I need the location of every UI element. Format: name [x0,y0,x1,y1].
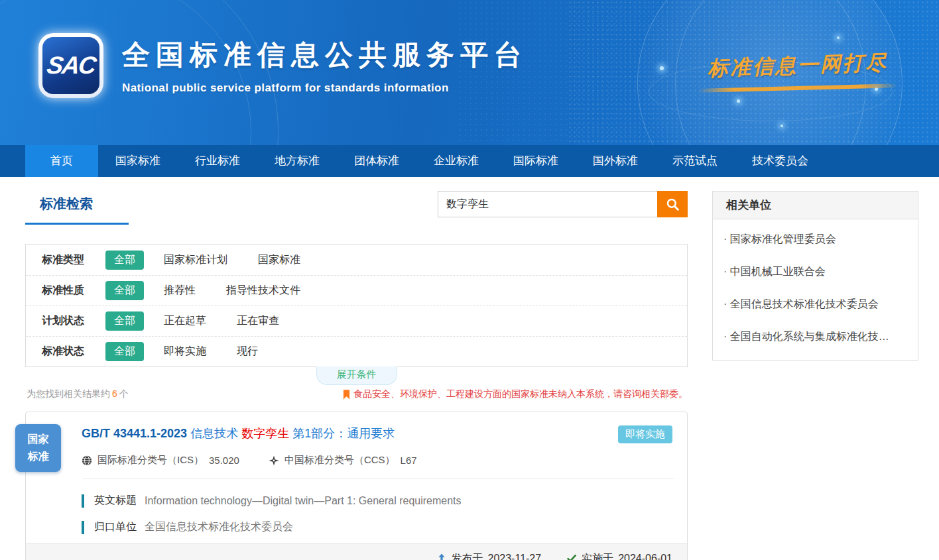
brand[interactable]: SAC 全国标准信息公共服务平台 National public service… [38,33,528,98]
card-fields: 英文标题 Information technology—Digital twin… [82,478,674,543]
keyword-highlight: 数字孪生 [241,427,289,440]
search-input[interactable] [438,191,657,217]
sac-logo-text: SAC [45,52,97,80]
spark-decoration [781,125,783,127]
notice-text: 食品安全、环境保护、工程建设方面的国家标准未纳入本系统，请咨询相关部委。 [353,388,688,400]
nav-item-industry-standards[interactable]: 行业标准 [178,145,257,177]
field-label: 归口单位 [94,520,137,534]
field-value: 全国信息技术标准化技术委员会 [145,520,293,534]
filter-option[interactable]: 正在起草 [164,314,206,328]
ics-meta-item: 国际标准分类号（ICS） 35.020 [82,454,239,467]
filter-option[interactable]: 国家标准计划 [164,253,227,267]
expand-conditions-button[interactable]: 展开条件 [316,366,397,385]
nav-item-pilot[interactable]: 示范试点 [655,145,735,177]
field-row-competent-unit: 归口单位 全国信息技术标准化技术委员会 [82,520,674,534]
publish-date: 2023-11-27 [488,553,542,560]
filter-all-badge[interactable]: 全部 [105,342,144,361]
sac-logo: SAC [38,33,103,98]
published-date-item: 发布于 2023-11-27 [436,552,542,560]
sidebar-item-sac[interactable]: 国家标准化管理委员会 [713,223,918,256]
filter-option[interactable]: 指导性技术文件 [226,284,300,298]
filter-label: 计划状态 [42,314,105,328]
ics-label: 国际标准分类号（ICS） [97,454,204,467]
search-section: 标准检索 [25,191,688,232]
filter-all-badge[interactable]: 全部 [105,251,144,270]
nav-item-national-standards[interactable]: 国家标准 [98,145,178,177]
nav-item-international-standards[interactable]: 国际标准 [496,145,576,177]
nav-item-local-standards[interactable]: 地方标准 [257,145,337,177]
nav-item-group-standards[interactable]: 团体标准 [337,145,416,177]
nav-item-technical-committee[interactable]: 技术委员会 [735,145,826,177]
title-underline [25,223,129,225]
expand-wrap: 展开条件 [25,366,688,384]
spark-decoration [837,36,840,39]
results-count: 为您找到相关结果约6个 [25,388,129,400]
ccs-meta-item: 中国标准分类号（CCS） L67 [269,454,417,467]
slogan-banner: 标准信息一网打尽 [695,52,901,90]
standard-type-badge-line2: 标准 [15,448,61,465]
sidebar-item-machinery-federation[interactable]: 中国机械工业联合会 [713,256,918,288]
publish-label: 发布于 [452,552,483,560]
filter-panel: 标准类型 全部 国家标准计划 国家标准 标准性质 全部 推荐性 指导性技术文件 … [25,244,688,367]
spark-decoration [737,99,740,103]
sidebar-item-automation-committee[interactable]: 全国自动化系统与集成标准化技… [713,321,918,353]
standard-title-link[interactable]: GB/T 43441.1-2023 信息技术 数字孪生 第1部分：通用要求 [82,425,395,441]
filter-option[interactable]: 推荐性 [164,284,196,298]
search-icon [666,197,680,211]
card-footer: 发布于 2023-11-27 实施于 2024-06-01 [26,543,687,560]
card-title-row: GB/T 43441.1-2023 信息技术 数字孪生 第1部分：通用要求 即将… [82,425,674,443]
filter-row-standard-nature: 标准性质 全部 推荐性 指导性技术文件 [26,275,687,306]
card-meta-row: 国际标准分类号（ICS） 35.020 中国标准分类号（CCS） L67 [82,454,674,467]
notice: 食品安全、环境保护、工程建设方面的国家标准未纳入本系统，请咨询相关部委。 [343,388,688,400]
standard-type-badge-line1: 国家 [15,431,61,448]
search-box [438,191,688,217]
ccs-compass-icon [269,455,279,466]
card-body: GB/T 43441.1-2023 信息技术 数字孪生 第1部分：通用要求 即将… [26,412,687,543]
filter-option[interactable]: 国家标准 [258,253,300,267]
sidebar-title: 相关单位 [713,192,918,219]
field-marker-bar [82,521,84,534]
sidebar-item-it-standards-committee[interactable]: 全国信息技术标准化技术委员会 [713,288,918,321]
sidebar-column: 相关单位 国家标准化管理委员会 中国机械工业联合会 全国信息技术标准化技术委员会… [712,191,918,560]
filter-option[interactable]: 正在审查 [237,314,279,328]
sac-logo-inner: SAC [42,37,99,94]
ccs-label: 中国标准分类号（CCS） [284,454,395,467]
ics-globe-icon [82,455,92,466]
standard-type-badge: 国家 标准 [15,424,61,472]
sidebar-list: 国家标准化管理委员会 中国机械工业联合会 全国信息技术标准化技术委员会 全国自动… [713,219,918,360]
nav-item-foreign-standards[interactable]: 国外标准 [576,145,655,177]
page-title: 标准检索 [25,195,129,213]
standard-title-part1: 信息技术 [190,427,238,440]
filter-all-badge[interactable]: 全部 [105,311,144,331]
notice-bookmark-icon [343,390,350,400]
implement-date: 2024-06-01 [618,553,672,560]
results-count-suffix: 个 [119,388,129,399]
filter-row-standard-type: 标准类型 全部 国家标准计划 国家标准 [26,245,687,275]
search-button[interactable] [657,191,688,217]
field-marker-bar [82,494,84,508]
filter-row-plan-status: 计划状态 全部 正在起草 正在审查 [26,306,687,336]
result-card: 国家 标准 GB/T 43441.1-2023 信息技术 数字孪生 第1部分：通… [25,412,688,560]
standard-code: GB/T 43441.1-2023 [82,427,187,440]
field-value: Information technology—Digital twin—Part… [145,495,462,507]
ics-value: 35.020 [209,455,239,466]
publish-upload-icon [436,553,447,560]
field-label: 英文标题 [94,494,137,508]
nav-item-home[interactable]: 首页 [25,145,98,177]
filter-row-standard-status: 标准状态 全部 即将实施 现行 [26,336,687,366]
implement-check-icon [566,553,577,560]
filter-all-badge[interactable]: 全部 [105,281,144,300]
filter-option[interactable]: 现行 [237,345,258,359]
platform-subtitle: National public service platform for sta… [122,82,528,95]
filter-option[interactable]: 即将实施 [164,345,206,359]
platform-title: 全国标准信息公共服务平台 [122,36,528,74]
standard-title-part2: 第1部分：通用要求 [292,427,395,440]
section-title-block: 标准检索 [25,191,129,225]
filter-label: 标准性质 [42,284,105,298]
implement-label: 实施于 [582,552,613,560]
nav-item-enterprise-standards[interactable]: 企业标准 [416,145,496,177]
content-area: 标准检索 标准类型 全部 国家标准计 [0,177,939,560]
slogan-text: 标准信息一网打尽 [707,48,888,82]
main-nav: 首页 国家标准 行业标准 地方标准 团体标准 企业标准 国际标准 国外标准 示范… [0,145,939,177]
results-count-prefix: 为您找到相关结果约 [27,388,110,399]
